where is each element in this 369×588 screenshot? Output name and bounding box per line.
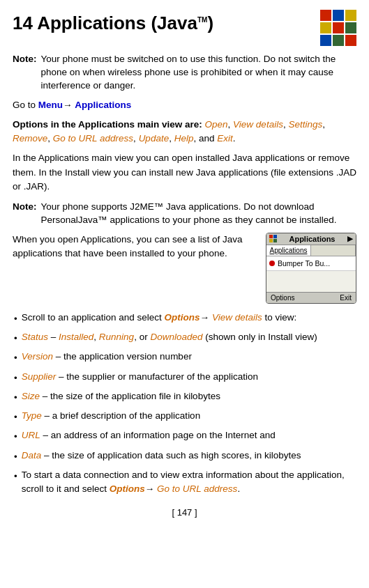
- note1-content: Your phone must be switched on to use th…: [41, 53, 357, 93]
- phone-header-right: ▶: [347, 235, 353, 242]
- options-label: Options in the Applications main view ar…: [13, 119, 205, 130]
- option-settings[interactable]: Settings: [288, 119, 322, 130]
- note2-block: Note: Your phone supports J2ME™ Java app…: [13, 201, 356, 227]
- bullet7-suffix: – an address of an information page on t…: [40, 430, 276, 440]
- bullet2-downloaded-link[interactable]: Downloaded: [150, 332, 202, 342]
- phone-header-title: Applications: [289, 235, 335, 243]
- bullet-item-2: • Status – Installed, Running, or Downlo…: [13, 330, 356, 346]
- phone-list-item: Bumper To Bu...: [266, 256, 356, 271]
- bullet3-suffix: – the application version number: [53, 351, 192, 362]
- phone-list-dot: [269, 261, 275, 266]
- title-sup: TM: [197, 16, 207, 24]
- bullet9-gotourl-link[interactable]: Go to URL address: [157, 483, 237, 494]
- nav-applications-text: Applications: [75, 100, 131, 110]
- page-title: 14 Applications (JavaTM): [13, 13, 320, 34]
- title-suffix: ): [207, 13, 213, 33]
- bullet-dot-4: •: [14, 371, 17, 385]
- bullet6-content: Type – a brief description of the applic…: [22, 409, 200, 424]
- bullet1-prefix: Scroll to an application and select: [22, 312, 165, 323]
- bullet-item-9: • To start a data connection and to view…: [13, 468, 356, 497]
- phone-mockup: Applications ▶ Applications Bumper To Bu…: [266, 233, 356, 304]
- note2-label: Note:: [13, 201, 37, 227]
- bullet1-options-link[interactable]: Options: [165, 312, 200, 323]
- bullet1-arrow: →: [200, 312, 212, 323]
- bullet1-content: Scroll to an application and select Opti…: [22, 311, 296, 326]
- bullet-item-3: • Version – the application version numb…: [13, 350, 356, 365]
- bullet5-suffix: – the size of the application file in ki…: [40, 391, 220, 401]
- bullet-item-5: • Size – the size of the application fil…: [13, 389, 356, 405]
- phone-footer: Options Exit: [266, 292, 356, 303]
- bullet-dot-9: •: [14, 470, 17, 497]
- body-para1: In the Applications main view you can op…: [13, 151, 356, 194]
- phone-header-icon: [269, 235, 277, 242]
- bullet7-url-link[interactable]: URL: [22, 430, 40, 440]
- option-viewdetails[interactable]: View details: [233, 119, 283, 130]
- bullet5-content: Size – the size of the application file …: [22, 389, 220, 405]
- option-open[interactable]: Open: [205, 119, 228, 130]
- body1-text: In the Applications main view you can op…: [13, 153, 356, 192]
- bullet-item-1: • Scroll to an application and select Op…: [13, 311, 356, 326]
- page-title-row: 14 Applications (JavaTM): [13, 13, 356, 46]
- bullet-dot-3: •: [14, 351, 17, 365]
- phone-footer-right: Exit: [340, 294, 352, 302]
- bullet6-suffix: – a brief description of the application: [42, 410, 200, 421]
- bullet2-suffix: (shown only in Install view): [202, 332, 317, 342]
- note1-label: Note:: [13, 53, 37, 93]
- phone-tabs: Applications: [266, 245, 356, 256]
- bullet-dot-7: •: [14, 430, 17, 444]
- two-col-section: When you open Applications, you can see …: [13, 233, 356, 304]
- note2-content: Your phone supports J2ME™ Java applicati…: [41, 201, 357, 227]
- note1-block: Note: Your phone must be switched on to …: [13, 53, 356, 93]
- bullet7-content: URL – an address of an information page …: [22, 428, 276, 444]
- nav-line: Go to Menu→ Applications: [13, 98, 356, 112]
- bullet8-content: Data – the size of application data such…: [22, 449, 301, 464]
- bullet2-status-link[interactable]: Status: [22, 332, 48, 342]
- bullet2-content: Status – Installed, Running, or Download…: [22, 330, 317, 346]
- bullet-dot-8: •: [14, 450, 17, 464]
- bullet-item-7: • URL – an address of an information pag…: [13, 428, 356, 444]
- bullet9-content: To start a data connection and to view e…: [22, 468, 356, 497]
- bullet4-suffix: – the supplier or manufacturer of the ap…: [56, 371, 258, 382]
- title-main: 14 Applications (Java: [13, 13, 197, 33]
- bullet1-suffix: to view:: [262, 312, 297, 323]
- bullet5-size-link[interactable]: Size: [22, 391, 40, 401]
- bullet6-type-link[interactable]: Type: [22, 410, 42, 421]
- bullet2-running-link[interactable]: Running: [99, 332, 134, 342]
- nav-arrow: →: [63, 100, 75, 110]
- bullet1-viewdetails-link[interactable]: View details: [212, 312, 262, 323]
- bullet3-version-link[interactable]: Version: [22, 351, 53, 362]
- bullet2-installed-link[interactable]: Installed: [59, 332, 93, 342]
- bullet4-content: Supplier – the supplier or manufacturer …: [22, 370, 258, 385]
- bullet-dot-2: •: [14, 332, 17, 346]
- nav-menu-text: Menu: [38, 100, 63, 110]
- phone-header: Applications ▶: [266, 233, 356, 245]
- bullet4-supplier-link[interactable]: Supplier: [22, 371, 57, 382]
- body2-text: When you open Applications, you can see …: [13, 234, 242, 258]
- option-exit[interactable]: Exit: [217, 133, 233, 144]
- phone-tab2: [311, 245, 356, 256]
- option-remove[interactable]: Remove: [13, 133, 47, 144]
- bullet8-data-link[interactable]: Data: [22, 450, 42, 461]
- bullet-item-8: • Data – the size of application data su…: [13, 449, 356, 464]
- nav-prefix: Go to: [13, 100, 38, 110]
- bullet3-content: Version – the application version number: [22, 350, 192, 365]
- bullet9-end: .: [237, 483, 240, 494]
- phone-footer-left: Options: [271, 294, 294, 302]
- option-help[interactable]: Help: [174, 133, 194, 144]
- option-update[interactable]: Update: [139, 133, 170, 144]
- body-para2: When you open Applications, you can see …: [13, 233, 259, 261]
- bullet8-suffix: – the size of application data such as h…: [41, 450, 301, 461]
- bullet-dot-5: •: [14, 391, 17, 405]
- options-prefix-text: Options in the Applications main view ar…: [13, 119, 205, 130]
- page-number: [ 147 ]: [13, 507, 356, 518]
- bullet9-options-link[interactable]: Options: [110, 483, 145, 494]
- applications-link[interactable]: Applications: [75, 100, 131, 110]
- bullet9-arrow: →: [145, 483, 157, 494]
- bullet-item-4: • Supplier – the supplier or manufacture…: [13, 370, 356, 385]
- bullet-dot-6: •: [14, 410, 17, 424]
- bullet-item-6: • Type – a brief description of the appl…: [13, 409, 356, 424]
- menu-link[interactable]: Menu: [38, 100, 63, 110]
- applications-icon: [320, 10, 356, 46]
- option-gotourl[interactable]: Go to URL address: [53, 133, 133, 144]
- bullet-dot-1: •: [14, 312, 17, 326]
